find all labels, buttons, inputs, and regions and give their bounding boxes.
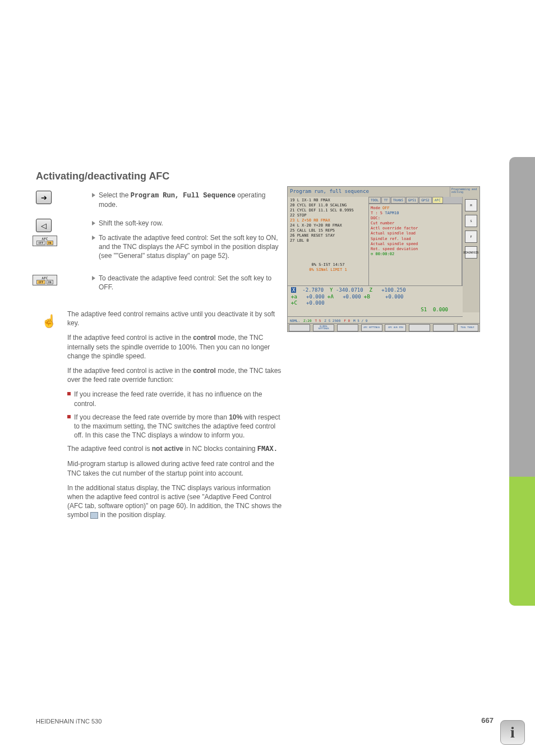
sc-coords: X -2.7870 Y -340.0710 Z +100.250 ✛a +0.0…	[288, 285, 463, 315]
afc-off-softkey: AFC OFFON	[33, 275, 50, 285]
note-block: The adaptive feed control remains active…	[67, 310, 283, 525]
side-tab-text: 12.9 Adaptive Feed Control Software Opti…	[533, 443, 535, 756]
section-heading: Activating/deactivating AFC	[36, 170, 169, 182]
mode-icon: ➔	[36, 191, 54, 204]
bullet-2: If you decrease the feed rate override b…	[67, 413, 283, 440]
step-3: To activate the adaptive feed control: S…	[92, 233, 283, 261]
step-4: To deactivate the adaptive feed control:…	[92, 274, 283, 292]
afc-symbol-icon	[90, 512, 98, 519]
step-1: Select the Program Run, Full Sequence op…	[92, 191, 283, 209]
footer-text: HEIDENHAIN iTNC 530	[36, 718, 102, 725]
tnc-screenshot: Program run, full sequence Programming a…	[287, 186, 480, 332]
bullet-1: If you increase the feed rate override, …	[67, 390, 283, 408]
sc-side-title: Programming and editing	[450, 187, 479, 197]
step-2: Shift the soft-key row.	[92, 219, 283, 228]
page-number: 667	[481, 716, 494, 725]
sc-softkey-row: GLOBAL SETTINGSAFC SETTINGSAFC AUS EINTO…	[288, 323, 479, 331]
afc-on-softkey: AFC OFFON	[33, 236, 50, 246]
sc-right-toolbar: MSFDIAGNOSIS	[462, 197, 479, 312]
info-icon: i	[500, 720, 525, 745]
shift-icon: ◁	[36, 219, 54, 232]
hand-icon: ☝	[41, 314, 59, 329]
sc-title: Program run, full sequence	[288, 187, 450, 197]
sc-tabs: TOOLTTTRANSGPS1GPS2AFC	[368, 197, 462, 204]
side-tab-highlight	[509, 477, 535, 606]
side-tab	[509, 157, 535, 606]
